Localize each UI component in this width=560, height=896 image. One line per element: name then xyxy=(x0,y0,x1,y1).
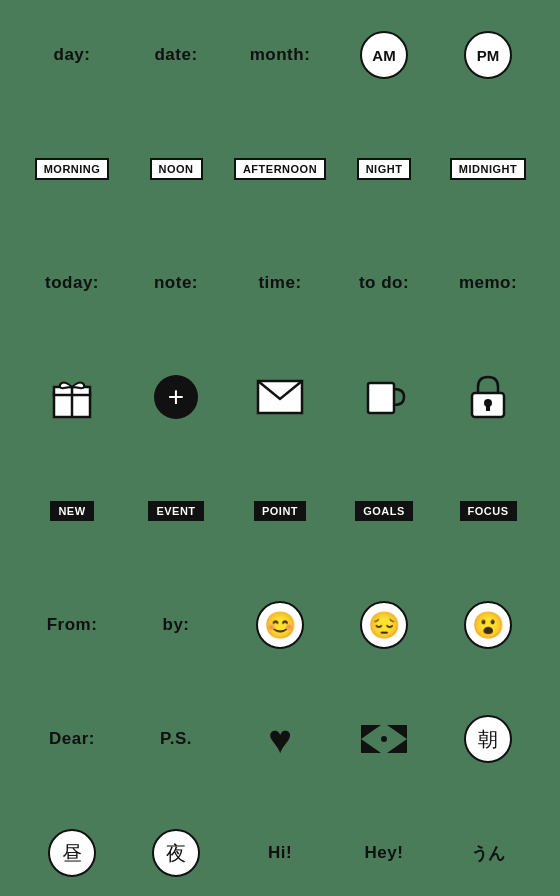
pm-badge-badge: PM xyxy=(464,31,512,79)
event-badge: EVENT xyxy=(124,476,228,546)
main-grid: day:date:month:AMPMMORNINGNOONAFTERNOONN… xyxy=(20,20,540,888)
todo-label: to do: xyxy=(332,248,436,318)
plus-icon-shape: + xyxy=(154,375,198,419)
new-badge: NEW xyxy=(20,476,124,546)
hiru-kanji-shape: 昼 xyxy=(48,829,96,877)
lock-svg xyxy=(468,373,508,421)
by-label-text: by: xyxy=(163,615,190,635)
hey-label: Hey! xyxy=(332,818,436,888)
gift-icon xyxy=(20,362,124,432)
envelope-icon xyxy=(228,362,332,432)
asa-kanji: 朝 xyxy=(436,704,540,774)
surprised-face: 😮 xyxy=(436,590,540,660)
am-badge: AM xyxy=(332,20,436,90)
afternoon-badge-badge: AFTERNOON xyxy=(234,158,326,180)
morning-badge-badge: MORNING xyxy=(35,158,110,180)
day-label-text: day: xyxy=(54,45,91,65)
today-label-text: today: xyxy=(45,273,99,293)
ps-label-text: P.S. xyxy=(160,729,192,749)
smile-face: 😊 xyxy=(228,590,332,660)
date-label-text: date: xyxy=(154,45,197,65)
night-badge-badge: NIGHT xyxy=(357,158,412,180)
point-badge: POINT xyxy=(228,476,332,546)
envelope-svg xyxy=(256,379,304,415)
noon-badge-badge: NOON xyxy=(150,158,203,180)
sad-face-shape: 😔 xyxy=(360,601,408,649)
dear-label-text: Dear: xyxy=(49,729,95,749)
ps-label: P.S. xyxy=(124,704,228,774)
night-badge: NIGHT xyxy=(332,134,436,204)
midnight-badge: MIDNIGHT xyxy=(436,134,540,204)
sad-face: 😔 xyxy=(332,590,436,660)
lock-icon xyxy=(436,362,540,432)
note-label: note: xyxy=(124,248,228,318)
goals-badge: GOALS xyxy=(332,476,436,546)
gift-svg xyxy=(50,375,94,419)
by-label: by: xyxy=(124,590,228,660)
focus-badge: FOCUS xyxy=(436,476,540,546)
day-label: day: xyxy=(20,20,124,90)
yoru-kanji-shape: 夜 xyxy=(152,829,200,877)
memo-label: memo: xyxy=(436,248,540,318)
focus-badge-badge: FOCUS xyxy=(460,501,517,521)
date-label: date: xyxy=(124,20,228,90)
smile-face-shape: 😊 xyxy=(256,601,304,649)
un-label-text: うん xyxy=(471,842,506,865)
yoru-kanji: 夜 xyxy=(124,818,228,888)
hi-label: Hi! xyxy=(228,818,332,888)
from-label: From: xyxy=(20,590,124,660)
new-badge-badge: NEW xyxy=(50,501,93,521)
heart-icon: ♥ xyxy=(228,704,332,774)
hi-label-text: Hi! xyxy=(268,843,292,863)
asa-kanji-shape: 朝 xyxy=(464,715,512,763)
heart-shape: ♥ xyxy=(268,719,292,759)
time-label: time: xyxy=(228,248,332,318)
morning-badge: MORNING xyxy=(20,134,124,204)
month-label-text: month: xyxy=(250,45,311,65)
todo-label-text: to do: xyxy=(359,273,409,293)
point-badge-badge: POINT xyxy=(254,501,306,521)
pm-badge: PM xyxy=(436,20,540,90)
hey-label-text: Hey! xyxy=(365,843,404,863)
hiru-kanji: 昼 xyxy=(20,818,124,888)
svg-rect-7 xyxy=(486,403,490,411)
midnight-badge-badge: MIDNIGHT xyxy=(450,158,526,180)
surprised-face-shape: 😮 xyxy=(464,601,512,649)
month-label: month: xyxy=(228,20,332,90)
event-badge-badge: EVENT xyxy=(148,501,203,521)
memo-label-text: memo: xyxy=(459,273,517,293)
afternoon-badge: AFTERNOON xyxy=(228,134,332,204)
cup-svg xyxy=(362,375,406,419)
goals-badge-badge: GOALS xyxy=(355,501,413,521)
svg-rect-4 xyxy=(368,383,394,413)
un-label: うん xyxy=(436,818,540,888)
dear-label: Dear: xyxy=(20,704,124,774)
time-label-text: time: xyxy=(258,273,301,293)
bowtie-icon xyxy=(332,704,436,774)
plus-icon: + xyxy=(124,362,228,432)
today-label: today: xyxy=(20,248,124,318)
am-badge-badge: AM xyxy=(360,31,408,79)
from-label-text: From: xyxy=(47,615,98,635)
noon-badge: NOON xyxy=(124,134,228,204)
note-label-text: note: xyxy=(154,273,198,293)
bowtie-shape xyxy=(360,725,408,753)
cup-icon xyxy=(332,362,436,432)
